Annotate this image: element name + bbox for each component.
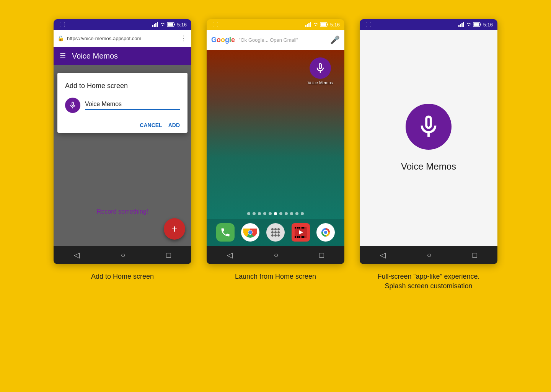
home-icon-2[interactable]: ○ xyxy=(274,251,278,260)
svg-point-45 xyxy=(324,231,327,234)
home-app-icon xyxy=(310,57,331,79)
svg-marker-50 xyxy=(468,25,470,26)
svg-point-21 xyxy=(274,228,277,230)
svg-marker-11 xyxy=(310,22,311,27)
dialog-buttons: CANCEL ADD xyxy=(65,122,180,128)
status-left-1 xyxy=(58,22,65,27)
dock-chrome-icon[interactable] xyxy=(241,223,259,242)
caption-1: Add to Home screen xyxy=(91,272,154,281)
phone3-frame: 5:16 Voice Memos ◁ ○ □ xyxy=(360,19,497,264)
back-icon-3[interactable]: ◁ xyxy=(380,250,386,260)
nav-bar-1: ◁ ○ □ xyxy=(54,246,191,264)
status-bar-3: 5:16 xyxy=(360,19,497,30)
google-search-placeholder: "Ok Google... Open Gmail" xyxy=(239,37,326,43)
dock-phone-icon[interactable] xyxy=(216,223,235,242)
phone2-frame: 5:16 Google "Ok Google... Open Gmail" 🎤 xyxy=(207,19,344,264)
status-icons-3: 5:16 xyxy=(458,22,493,28)
status-time-3: 5:16 xyxy=(483,22,493,28)
dialog-input-field[interactable]: Voice Memos xyxy=(85,101,180,110)
dot-4 xyxy=(263,212,266,215)
svg-point-22 xyxy=(277,228,280,230)
dock-launcher-icon[interactable] xyxy=(266,223,285,242)
dialog-input-row: Voice Memos xyxy=(65,98,180,113)
mic-svg-1 xyxy=(68,101,77,109)
splash-app-name: Voice Memos xyxy=(401,161,456,172)
svg-marker-1 xyxy=(154,24,155,27)
hamburger-icon[interactable]: ☰ xyxy=(60,52,66,60)
app-body-1: Add to Home screen Voice Memos CANCEL xyxy=(54,65,191,246)
svg-point-26 xyxy=(271,234,274,237)
home-app-slot[interactable]: Voice Memos xyxy=(308,57,333,85)
lock-icon: 🔒 xyxy=(57,35,64,41)
recents-icon-3[interactable]: □ xyxy=(472,251,477,260)
svg-marker-46 xyxy=(458,25,460,27)
notification-icon-1 xyxy=(60,22,65,27)
svg-point-19 xyxy=(248,230,252,234)
svg-marker-49 xyxy=(463,22,464,27)
dot-3 xyxy=(258,212,261,215)
svg-rect-15 xyxy=(327,24,328,25)
svg-rect-30 xyxy=(295,227,296,229)
svg-marker-4 xyxy=(161,25,164,26)
notification-icon-3 xyxy=(366,22,371,27)
fab-plus-icon: + xyxy=(171,223,178,235)
svg-rect-6 xyxy=(167,23,173,26)
google-search-bar[interactable]: Google "Ok Google... Open Gmail" 🎤 xyxy=(207,30,344,50)
svg-marker-8 xyxy=(305,25,306,27)
battery-icon-1 xyxy=(167,22,175,27)
status-icons-1: 5:16 xyxy=(152,22,187,28)
svg-marker-10 xyxy=(308,23,310,27)
google-mic-icon[interactable]: 🎤 xyxy=(330,35,340,44)
dock-gallery-icon[interactable] xyxy=(316,223,335,242)
dot-2 xyxy=(253,212,256,215)
recents-icon-2[interactable]: □ xyxy=(319,251,324,260)
dialog-input-value: Voice Memos xyxy=(85,101,180,110)
nav-bar-2: ◁ ○ □ xyxy=(207,246,344,264)
home-icon-3[interactable]: ○ xyxy=(427,251,431,260)
svg-marker-3 xyxy=(157,22,158,27)
splash-body: Voice Memos xyxy=(360,30,497,246)
svg-rect-34 xyxy=(302,227,304,229)
wallpaper: Voice Memos xyxy=(207,50,344,246)
phone2-wrapper: 5:16 Google "Ok Google... Open Gmail" 🎤 xyxy=(207,19,344,281)
svg-rect-40 xyxy=(302,236,304,238)
home-icon-1[interactable]: ○ xyxy=(121,251,125,260)
fab-button[interactable]: + xyxy=(164,218,185,240)
page-dots xyxy=(247,212,304,215)
caption-3: Full-screen “app-like” experience. Splas… xyxy=(377,272,479,291)
dot-10 xyxy=(295,212,298,215)
url-bar[interactable]: 🔒 https://voice-memos.appspot.com ⋮ xyxy=(54,30,191,47)
dot-11 xyxy=(301,212,304,215)
back-icon-2[interactable]: ◁ xyxy=(227,250,233,260)
svg-rect-32 xyxy=(298,227,300,229)
phone1-frame: 5:16 🔒 https://voice-memos.appspot.com ⋮… xyxy=(54,19,191,264)
svg-point-24 xyxy=(274,231,277,234)
svg-point-28 xyxy=(277,234,280,237)
svg-marker-48 xyxy=(461,23,463,27)
url-text: https://voice-memos.appspot.com xyxy=(67,36,177,41)
dot-8 xyxy=(285,212,288,215)
launcher-svg xyxy=(270,227,281,238)
svg-rect-41 xyxy=(305,236,305,238)
add-button[interactable]: ADD xyxy=(168,122,180,128)
cancel-button[interactable]: CANCEL xyxy=(140,122,162,128)
status-bar-1: 5:16 xyxy=(54,19,191,30)
svg-marker-9 xyxy=(307,24,308,27)
google-logo: Google xyxy=(211,36,235,44)
splash-mic-svg xyxy=(415,113,442,140)
dialog-title: Add to Home screen xyxy=(65,82,180,90)
svg-rect-33 xyxy=(301,227,302,229)
menu-dots-icon[interactable]: ⋮ xyxy=(180,34,187,42)
svg-rect-39 xyxy=(301,236,302,238)
dock-video-icon[interactable] xyxy=(292,223,310,242)
wifi-icon-2 xyxy=(313,22,318,27)
back-icon-1[interactable]: ◁ xyxy=(74,250,80,260)
recents-icon-1[interactable]: □ xyxy=(166,251,171,260)
svg-rect-37 xyxy=(297,236,298,238)
svg-point-27 xyxy=(274,234,277,237)
wifi-icon-3 xyxy=(466,22,471,27)
svg-rect-14 xyxy=(320,23,326,26)
app-header-1: ☰ Voice Memos xyxy=(54,47,191,65)
status-bar-2: 5:16 xyxy=(207,19,344,30)
dot-7 xyxy=(279,212,282,215)
